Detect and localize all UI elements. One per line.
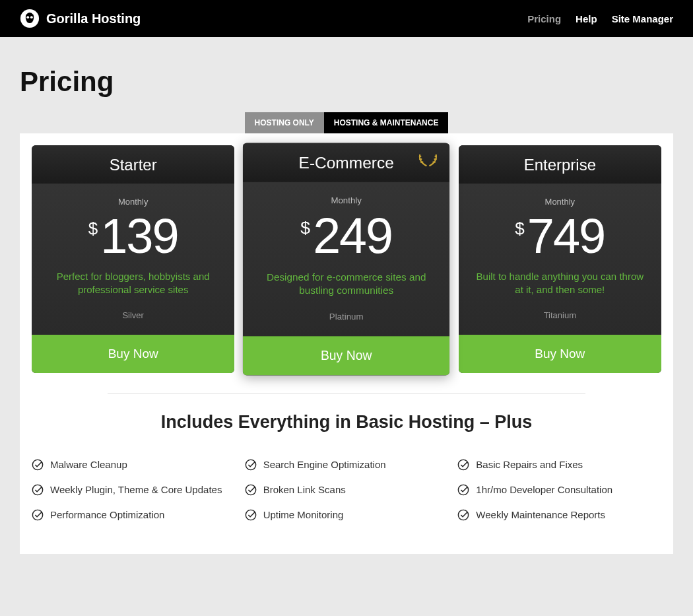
feature-item: Broken Link Scans (245, 484, 449, 496)
plan-body: Monthly $ 749 Built to handle anything y… (459, 184, 661, 335)
feature-item: Basic Repairs and Fixes (457, 459, 661, 471)
check-circle-icon (457, 484, 469, 496)
page-content: Pricing HOSTING ONLY HOSTING & MAINTENAN… (0, 37, 693, 594)
feature-item: Uptime Monitoring (245, 509, 449, 521)
feature-item: Performance Optimization (32, 509, 236, 521)
buy-now-button[interactable]: Buy Now (32, 335, 234, 373)
svg-point-5 (459, 460, 469, 469)
plan-title-text: E-Commerce (299, 154, 394, 172)
check-circle-icon (245, 459, 257, 471)
plan-tier: Platinum (254, 311, 440, 321)
nav-site-manager[interactable]: Site Manager (612, 13, 673, 24)
feature-item: Weekly Maintenance Reports (457, 509, 661, 521)
feature-label: 1hr/mo Developer Consultation (476, 484, 612, 495)
check-circle-icon (32, 459, 44, 471)
includes-title: Includes Everything in Basic Hosting – P… (32, 412, 661, 432)
tab-hosting-maintenance[interactable]: HOSTING & MAINTENANCE (324, 112, 449, 133)
plan-price: $ 249 (254, 211, 440, 261)
nav-help[interactable]: Help (576, 13, 597, 24)
feature-label: Uptime Monitoring (263, 509, 344, 520)
plan-description: Built to handle anything you can throw a… (469, 270, 651, 297)
plan-tier: Silver (42, 310, 224, 320)
pricing-tabs: HOSTING ONLY HOSTING & MAINTENANCE (20, 112, 673, 133)
main-nav: Pricing Help Site Manager (527, 13, 673, 24)
brand-name: Gorilla Hosting (46, 11, 141, 26)
plan-tier: Titanium (469, 310, 651, 320)
feature-label: Broken Link Scans (263, 484, 346, 495)
tab-hosting-only[interactable]: HOSTING ONLY (245, 112, 324, 133)
plan-body: Monthly $ 139 Perfect for bloggers, hobb… (32, 184, 234, 335)
plan-description: Designed for e-commerce sites and bustli… (254, 270, 440, 297)
plan-price: $ 749 (469, 212, 651, 261)
plan-price: $ 139 (42, 212, 224, 261)
brand[interactable]: Gorilla Hosting (20, 9, 141, 28)
plan-description: Perfect for bloggers, hobbyists and prof… (42, 270, 224, 297)
currency-symbol: $ (301, 218, 311, 239)
plan-period: Monthly (469, 197, 651, 207)
svg-point-9 (32, 510, 42, 520)
feature-item: Weekly Plugin, Theme & Core Updates (32, 484, 236, 496)
feature-item: Malware Cleanup (32, 459, 236, 471)
nav-pricing[interactable]: Pricing (527, 13, 561, 24)
plan-title: Starter (32, 145, 234, 184)
gorilla-logo-icon (20, 9, 40, 28)
plan-body: Monthly $ 249 Designed for e-commerce si… (243, 182, 449, 336)
buy-now-button[interactable]: Buy Now (459, 335, 661, 373)
svg-point-11 (459, 510, 469, 520)
plan-title: E-Commerce (243, 143, 449, 182)
check-circle-icon (457, 509, 469, 521)
svg-point-3 (32, 460, 42, 469)
feature-label: Weekly Plugin, Theme & Core Updates (50, 484, 222, 495)
feature-item: 1hr/mo Developer Consultation (457, 484, 661, 496)
svg-point-10 (246, 510, 255, 520)
svg-point-4 (246, 460, 255, 469)
page-title: Pricing (20, 66, 673, 98)
svg-point-7 (246, 485, 255, 495)
plans-row: Starter Monthly $ 139 Perfect for blogge… (32, 145, 661, 373)
svg-point-8 (459, 485, 469, 495)
svg-point-2 (30, 16, 33, 18)
check-circle-icon (245, 509, 257, 521)
feature-label: Malware Cleanup (50, 459, 127, 470)
buy-now-button[interactable]: Buy Now (243, 336, 449, 375)
feature-label: Performance Optimization (50, 509, 164, 520)
plan-ecommerce: E-Commerce Monthly $ 249 Designed for e-… (243, 143, 449, 375)
plan-enterprise: Enterprise Monthly $ 749 Built to handle… (459, 145, 661, 373)
price-amount: 139 (100, 212, 178, 261)
currency-symbol: $ (88, 219, 98, 239)
section-divider (108, 393, 585, 394)
check-circle-icon (32, 484, 44, 496)
feature-label: Basic Repairs and Fixes (476, 459, 583, 470)
top-nav-bar: Gorilla Hosting Pricing Help Site Manage… (0, 0, 693, 37)
feature-item: Search Engine Optimization (245, 459, 449, 471)
plan-starter: Starter Monthly $ 139 Perfect for blogge… (32, 145, 234, 373)
currency-symbol: $ (515, 219, 524, 239)
svg-point-6 (32, 485, 42, 495)
features-grid: Malware Cleanup Search Engine Optimizati… (32, 459, 661, 521)
feature-label: Search Engine Optimization (263, 459, 386, 470)
check-circle-icon (245, 484, 257, 496)
price-amount: 749 (527, 212, 605, 261)
laurel-icon (418, 153, 440, 168)
plan-period: Monthly (42, 197, 224, 207)
pricing-container: Starter Monthly $ 139 Perfect for blogge… (20, 133, 673, 554)
feature-label: Weekly Maintenance Reports (476, 509, 605, 520)
plan-title: Enterprise (459, 145, 661, 184)
svg-point-1 (26, 16, 29, 18)
check-circle-icon (32, 509, 44, 521)
price-amount: 249 (313, 211, 392, 261)
check-circle-icon (457, 459, 469, 471)
plan-period: Monthly (254, 195, 440, 205)
